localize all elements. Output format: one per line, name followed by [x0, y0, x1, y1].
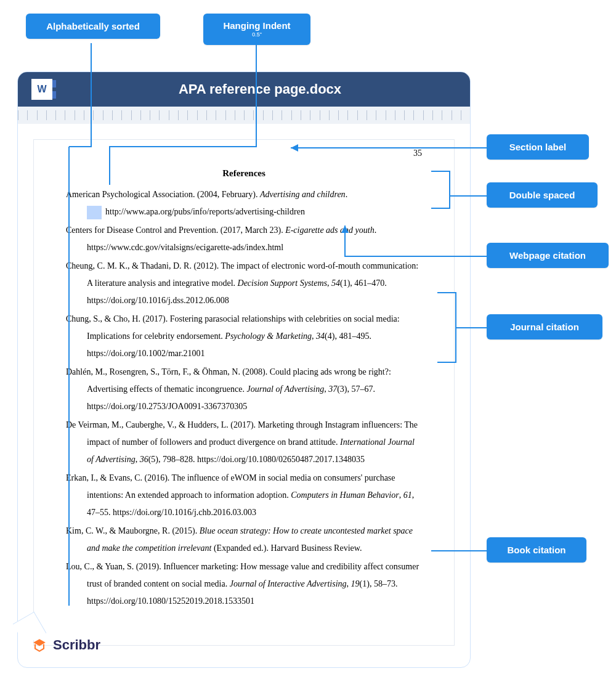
- label-alphabetical: Alphabetically sorted: [26, 14, 160, 39]
- reference-entry: Erkan, I., & Evans, C. (2016). The influ…: [66, 470, 422, 521]
- document-title: APA reference page.docx: [63, 81, 456, 97]
- reference-entry: De Veirman, M., Cauberghe, V., & Hudders…: [66, 417, 422, 468]
- label-hanging-indent: Hanging Indent 0.5": [203, 14, 310, 45]
- word-icon: W: [31, 79, 52, 100]
- page-wrap: 35 References American Psychological Ass…: [18, 124, 470, 661]
- reference-entry: Lou, C., & Yuan, S. (2019). Influencer m…: [66, 558, 422, 610]
- reference-entry: Dahlén, M., Rosengren, S., Törn, F., & Ö…: [66, 364, 422, 415]
- references-heading: References: [66, 168, 422, 179]
- reference-entry: Centers for Disease Control and Preventi…: [66, 222, 422, 256]
- label-hanging-indent-sub: 0.5": [214, 32, 299, 38]
- ruler: [18, 107, 470, 124]
- reference-entry: Chung, S., & Cho, H. (2017). Fostering p…: [66, 311, 422, 362]
- reference-entry: American Psychological Association. (200…: [66, 186, 422, 221]
- label-hanging-indent-title: Hanging Indent: [223, 20, 290, 31]
- document-viewer: W APA reference page.docx 35 References …: [17, 71, 471, 668]
- scribbr-icon: [31, 636, 48, 654]
- page-number: 35: [413, 148, 422, 158]
- label-webpage-citation: Webpage citation: [487, 243, 609, 268]
- indent-highlight: [87, 206, 102, 219]
- label-section: Section label: [487, 134, 589, 160]
- label-journal-citation: Journal citation: [487, 314, 602, 339]
- reference-entry: Cheung, C. M. K., & Thadani, D. R. (2012…: [66, 258, 422, 309]
- reference-entry: Kim, C. W., & Mauborgne, R. (2015). Blue…: [66, 522, 422, 557]
- titlebar: W APA reference page.docx: [18, 72, 470, 107]
- label-book-citation: Book citation: [487, 537, 586, 563]
- brand-name: Scribbr: [53, 637, 100, 653]
- label-double-spaced: Double spaced: [487, 182, 598, 208]
- brand-logo: Scribbr: [31, 636, 100, 654]
- sheet: 35 References American Psychological Ass…: [34, 140, 454, 645]
